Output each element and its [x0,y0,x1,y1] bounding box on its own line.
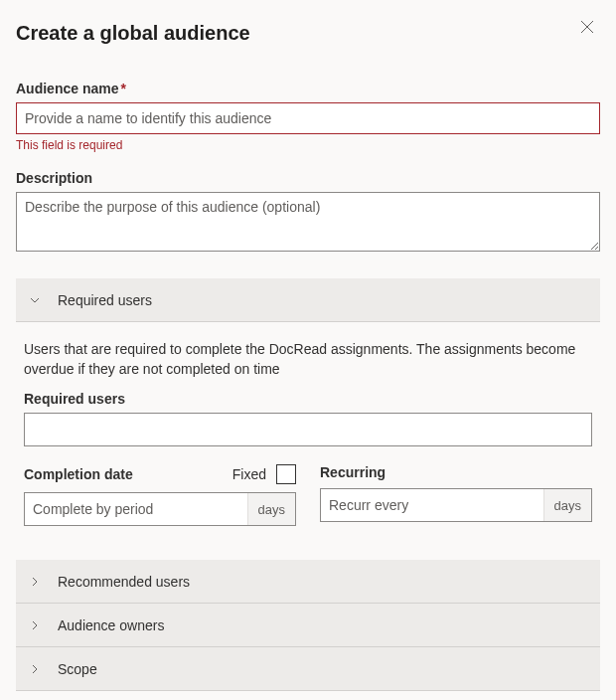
dialog-header: Create a global audience [16,14,600,63]
audience-name-error: This field is required [16,138,600,152]
completion-header: Completion date Fixed [24,464,296,484]
chevron-right-icon [28,618,42,632]
recommended-users-header[interactable]: Recommended users [16,560,600,604]
completion-col: Completion date Fixed days [24,464,296,526]
completion-period-input[interactable] [25,493,247,525]
description-textarea[interactable] [16,192,600,252]
audience-owners-header[interactable]: Audience owners [16,604,600,647]
fixed-checkbox-wrap: Fixed [232,464,296,484]
description-label: Description [16,170,600,186]
required-users-label: Required users [24,391,592,407]
scope-title: Scope [58,661,97,677]
close-button[interactable] [574,14,600,40]
audience-name-label: Audience name* [16,81,600,96]
fixed-label: Fixed [232,466,266,482]
audience-name-input[interactable] [16,102,600,134]
completion-suffix: days [247,493,295,525]
completion-input-wrap: days [24,492,296,526]
audience-owners-title: Audience owners [58,617,164,633]
fixed-checkbox[interactable] [276,464,296,484]
recurring-input[interactable] [321,489,543,521]
chevron-right-icon [28,575,42,589]
required-asterisk: * [120,81,125,96]
completion-date-label: Completion date [24,466,133,482]
required-users-input[interactable] [24,413,592,446]
close-icon [580,20,594,34]
required-users-header[interactable]: Required users [16,278,600,322]
required-users-section: Required users Users that are required t… [16,278,600,536]
recurring-col: Recurring days [320,464,592,526]
recurring-input-wrap: days [320,488,592,522]
recurring-label: Recurring [320,464,592,480]
completion-recurring-row: Completion date Fixed days Recurring [24,464,592,526]
required-users-title: Required users [58,292,152,308]
create-audience-dialog: Create a global audience Audience name* … [0,0,616,700]
collapsed-sections: Recommended users Audience owners Scope [16,560,600,691]
recurring-suffix: days [543,489,591,521]
dialog-title: Create a global audience [16,22,250,45]
audience-name-label-text: Audience name [16,81,118,96]
required-users-help: Users that are required to complete the … [24,340,592,379]
scope-header[interactable]: Scope [16,647,600,691]
required-users-body: Users that are required to complete the … [16,322,600,536]
chevron-down-icon [28,293,42,307]
recommended-users-title: Recommended users [58,574,190,590]
chevron-right-icon [28,662,42,676]
